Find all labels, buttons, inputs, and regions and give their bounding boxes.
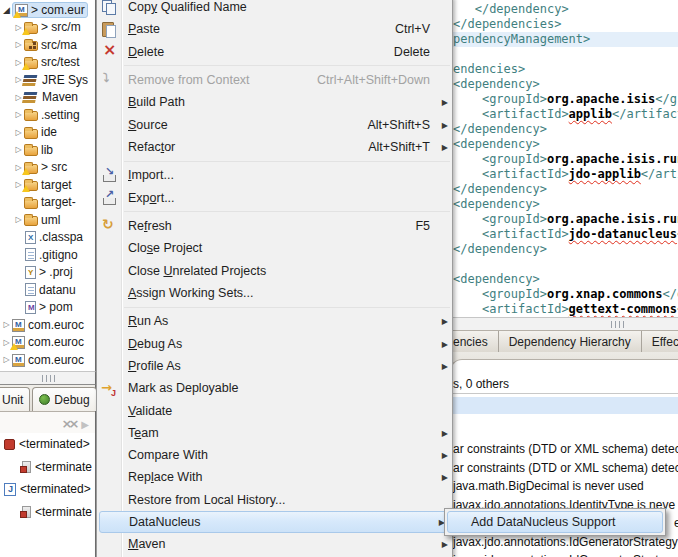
tree-row[interactable]: ▷com.euroc <box>0 334 95 352</box>
debug-tree-row[interactable]: <terminate <box>0 456 95 479</box>
expander-icon[interactable]: ▷ <box>13 40 24 49</box>
menu-item-source[interactable]: SourceAlt+Shift+S▶ <box>97 114 452 136</box>
tree-row[interactable]: > pom <box>0 299 95 317</box>
pom-page-tab-2[interactable]: Effective P <box>642 331 678 352</box>
tree-row[interactable]: ▷com.euroc <box>0 316 95 334</box>
tree-item-label: JRE Sys <box>42 73 88 87</box>
tree-row[interactable]: target- <box>0 194 95 212</box>
tree-row[interactable]: ▷.setting <box>0 106 95 124</box>
tree-row[interactable]: ▷com.euroc <box>0 351 95 369</box>
tree-item-label: src/ma <box>41 38 77 52</box>
expander-icon[interactable]: ▷ <box>13 93 24 102</box>
refresh-icon <box>101 218 117 234</box>
menu-item-label: Refactor <box>128 140 175 154</box>
menu-item-close-project[interactable]: Close Project <box>97 237 452 259</box>
tree-row[interactable]: ◢> com.eur <box>0 1 95 19</box>
menu-item-paste[interactable]: PasteCtrl+V <box>97 18 452 40</box>
menu-item-add-datanucleus-support[interactable]: Add DataNucleus Support <box>447 511 663 533</box>
tree-row[interactable]: > .proj <box>0 264 95 282</box>
tree-row[interactable]: .classpa <box>0 229 95 247</box>
tree-item-label: .gitigno <box>39 248 78 262</box>
expander-icon[interactable]: ▷ <box>13 145 24 154</box>
tree-row[interactable]: ▷src/ma <box>0 36 95 54</box>
tree-item-label: com.euroc <box>28 353 84 367</box>
tree-row[interactable]: ▷> src/m <box>0 19 95 37</box>
menu-item-datanucleus[interactable]: DataNucleus▶ <box>99 511 450 533</box>
remove-all-terminated-icon[interactable] <box>62 414 76 432</box>
submenu-arrow-icon: ▶ <box>442 98 448 107</box>
scrollbar-grip[interactable] <box>42 375 55 382</box>
package-explorer-tree[interactable]: ◢> com.eur▷> src/m▷src/ma▷src/test▷JRE S… <box>0 0 96 371</box>
menu-item-close-unrelated-projects[interactable]: Close Unrelated Projects <box>97 260 452 282</box>
menu-item-refresh[interactable]: RefreshF5 <box>97 215 452 237</box>
tree-row[interactable]: ▷lib <box>0 141 95 159</box>
tree-row[interactable]: ▷ide <box>0 124 95 142</box>
tree-row[interactable]: datanu <box>0 281 95 299</box>
menu-item-delete[interactable]: DeleteDelete <box>97 41 452 63</box>
copy-icon <box>101 0 117 15</box>
tab-junit[interactable]: Unit <box>0 387 30 411</box>
datanucleus-submenu: Add DataNucleus Support <box>444 508 666 536</box>
tree-row[interactable]: ▷src/test <box>0 54 95 72</box>
menu-separator <box>124 161 450 162</box>
debug-launch-tree[interactable]: <terminated><terminate<terminated><termi… <box>0 433 95 523</box>
tab-debug[interactable]: Debug <box>32 387 96 411</box>
tree-item-label: com.euroc <box>28 318 84 332</box>
menu-item-replace-with[interactable]: Replace With▶ <box>97 466 452 488</box>
expander-icon[interactable]: ◢ <box>1 5 12 15</box>
folder-icon <box>24 129 38 139</box>
menu-item-restore-from-local-history[interactable]: Restore from Local History... <box>97 489 452 511</box>
maven-project-warning-icon <box>12 336 25 349</box>
scrollbar-grip[interactable] <box>611 321 624 328</box>
menu-item-validate[interactable]: Validate <box>97 399 452 421</box>
pom-page-tab-1[interactable]: Dependency Hierarchy <box>499 331 642 352</box>
tree-row[interactable]: ▷JRE Sys <box>0 71 95 89</box>
pom-page-tab-0[interactable]: encies <box>453 331 499 352</box>
menu-item-profile-as[interactable]: Profile As▶ <box>97 355 452 377</box>
tree-row[interactable]: ▷> src <box>0 159 95 177</box>
debug-row-label: <terminate <box>35 460 92 474</box>
menu-item-label: Assign Working Sets... <box>128 286 254 300</box>
menu-item-maven[interactable]: Maven▶ <box>97 533 452 555</box>
maven-project-icon <box>12 319 25 332</box>
menu-item-compare-with[interactable]: Compare With▶ <box>97 444 452 466</box>
expander-icon[interactable]: ▷ <box>1 320 12 329</box>
menu-item-debug-as[interactable]: Debug As▶ <box>97 333 452 355</box>
menu-item-remove-from-context[interactable]: Remove from ContextCtrl+Alt+Shift+Down <box>97 69 452 91</box>
menu-item-label: Run As <box>128 314 168 328</box>
debug-tree-row[interactable]: <terminated> <box>0 478 95 501</box>
expander-icon[interactable]: ▷ <box>13 128 24 137</box>
tree-row[interactable]: ▷target <box>0 176 95 194</box>
menu-item-import[interactable]: Import... <box>97 164 452 186</box>
paste-icon <box>101 21 117 37</box>
debug-row-label: <terminated> <box>20 482 91 496</box>
menu-item-build-path[interactable]: Build Path▶ <box>97 91 452 113</box>
maven-project-icon <box>12 354 25 367</box>
menu-item-mark-as-deployable[interactable]: Mark as Deployable <box>97 377 452 399</box>
expander-icon[interactable]: ▷ <box>13 215 24 224</box>
tree-row[interactable]: ▷uml <box>0 211 95 229</box>
menu-item-label: Close Unrelated Projects <box>128 264 266 278</box>
submenu-arrow-icon: ▶ <box>442 540 448 549</box>
expander-icon[interactable]: ▷ <box>13 110 24 119</box>
tree-row[interactable]: ▷Maven <box>0 89 95 107</box>
menu-item-label: Remove from Context <box>128 73 250 87</box>
menu-item-run-as[interactable]: Run As▶ <box>97 310 452 332</box>
resume-icon[interactable] <box>81 414 89 432</box>
menu-item-refactor[interactable]: RefactorAlt+Shift+T▶ <box>97 136 452 158</box>
tree-row[interactable]: .gitigno <box>0 246 95 264</box>
menu-item-export[interactable]: Export... <box>97 187 452 209</box>
folder-icon <box>24 199 38 209</box>
java-app-icon <box>4 483 16 496</box>
package-explorer-hscrollbar[interactable] <box>0 371 96 384</box>
menu-item-copy-qualified-name[interactable]: Copy Qualified Name <box>97 0 452 18</box>
menu-item-label: Delete <box>128 45 164 59</box>
debug-tree-row[interactable]: <terminated> <box>0 433 95 456</box>
expander-icon[interactable]: ▷ <box>1 355 12 364</box>
menu-item-assign-working-sets[interactable]: Assign Working Sets... <box>97 282 452 304</box>
debug-tree-row[interactable]: <terminate <box>0 501 95 524</box>
menu-item-label: Build Path <box>128 95 185 109</box>
menu-shortcut: Ctrl+V <box>395 22 444 36</box>
expander-icon[interactable]: ▷ <box>13 75 24 84</box>
menu-item-team[interactable]: Team▶ <box>97 422 452 444</box>
